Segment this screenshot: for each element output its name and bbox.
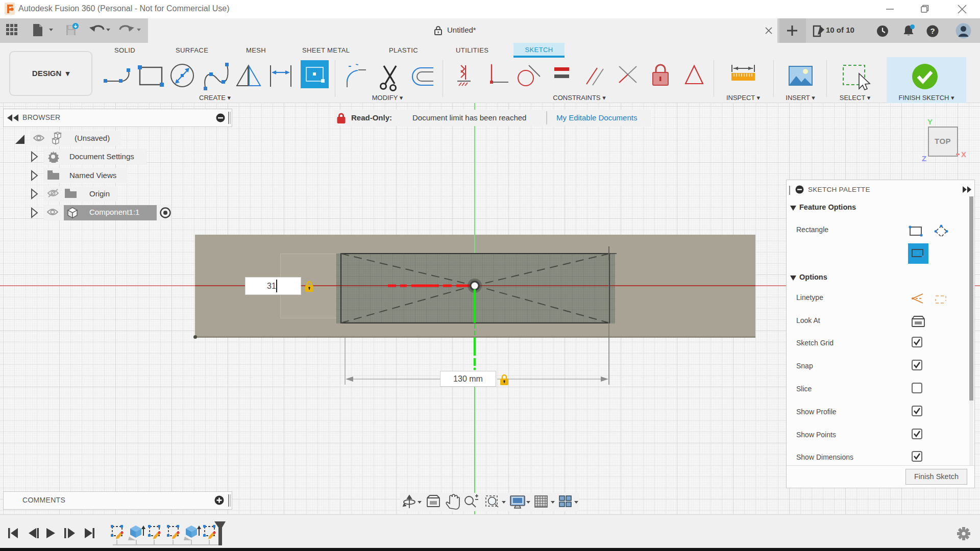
svg-text:?: ? xyxy=(930,27,935,35)
